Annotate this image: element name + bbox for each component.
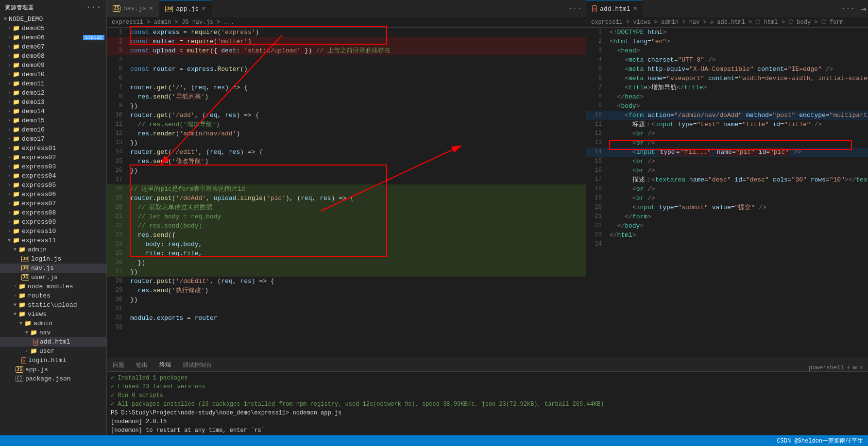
line-number: 33: [107, 323, 126, 332]
line-content: <meta http-equiv="X-UA-Compatible" conte…: [606, 65, 868, 74]
sidebar-item-app-js[interactable]: JS app.js: [0, 365, 106, 374]
left-code-content[interactable]: 1 const express = require('express') 2 c…: [107, 28, 586, 358]
sidebar-item-demo09[interactable]: ›📁demo09: [0, 61, 106, 70]
expand-arrow: ›: [8, 118, 11, 123]
tab-nav-js[interactable]: JS nav.js ×: [107, 0, 159, 17]
terminal-line: ✓ Run 0 scripts: [111, 391, 864, 400]
item-label: express04: [22, 172, 56, 180]
sidebar-item-demo17[interactable]: ›📁demo17: [0, 134, 106, 144]
bottom-tab-terminal[interactable]: 终端: [153, 359, 177, 371]
bottom-tab-problems[interactable]: 问题: [107, 359, 130, 371]
sidebar-item-package-json[interactable]: {} package.json: [0, 374, 106, 383]
sidebar-header: 资源管理器 ···: [0, 0, 106, 15]
split-terminal-button[interactable]: ⊟: [853, 364, 857, 371]
sidebar-item-demo14[interactable]: ›📁demo14: [0, 107, 106, 116]
sidebar-item-express06[interactable]: ›📁express06: [0, 190, 106, 199]
item-label: demo10: [22, 71, 45, 78]
tab-add-html[interactable]: ◇ add.html ×: [586, 0, 643, 17]
right-tab-overflow-button[interactable]: ···: [837, 4, 859, 13]
sidebar-item-express03[interactable]: ›📁express03: [0, 162, 106, 171]
sidebar-item-express07[interactable]: ›📁express07: [0, 199, 106, 208]
sidebar-item-routes[interactable]: › 📁 routes: [0, 291, 106, 300]
item-label: static\upload: [28, 301, 77, 309]
sidebar-item-node-modules[interactable]: › 📁 node_modules: [0, 282, 106, 291]
sidebar-item-express08[interactable]: ›📁express08: [0, 208, 106, 217]
code-line: 8 res.send('导航列表'): [107, 92, 586, 101]
line-content: [606, 240, 868, 249]
sidebar-item-user-folder[interactable]: › 📁 user: [0, 347, 106, 356]
folder-icon: 📁: [18, 246, 26, 253]
line-content: 标题：<input type="text" name="title" id="t…: [606, 120, 868, 129]
line-number: 17: [107, 175, 126, 184]
sidebar-item-add-html[interactable]: ◇ add.html: [0, 337, 106, 347]
expand-arrow: ›: [8, 44, 11, 50]
folder-icon: 📁: [13, 154, 20, 161]
sidebar-item-demo13[interactable]: ›📁demo13: [0, 98, 106, 107]
sidebar-item-express04[interactable]: ›📁express04: [0, 171, 106, 181]
sidebar-menu-button[interactable]: ···: [86, 3, 102, 12]
tab-close-button[interactable]: ×: [202, 5, 205, 13]
expand-arrow: ›: [8, 173, 11, 179]
line-content: <head>: [606, 46, 868, 55]
sidebar-item-express11[interactable]: ▼ 📁 express11: [0, 236, 106, 245]
code-line: 5 const router = express.Router(): [107, 65, 586, 74]
item-label: express08: [22, 209, 56, 216]
sidebar-item-express02[interactable]: ›📁express02: [0, 153, 106, 162]
sidebar-item-user-js[interactable]: JS user.js: [0, 273, 106, 282]
line-content: [126, 323, 586, 332]
bottom-tab-output[interactable]: 输出: [130, 359, 153, 371]
close-terminal-button[interactable]: ×: [860, 364, 863, 371]
expand-arrow: ›: [8, 155, 11, 160]
sidebar-item-express01[interactable]: ›📁express01: [0, 144, 106, 153]
right-code-content[interactable]: 1 <!DOCTYPE html> 2 <html lang="en"> 3 <…: [586, 28, 868, 358]
expand-arrow: ›: [8, 35, 11, 40]
expand-arrow: ›: [8, 210, 11, 215]
sidebar-item-demo10[interactable]: ›📁demo10: [0, 70, 106, 79]
sidebar-item-static[interactable]: ▼ 📁 static\upload: [0, 300, 106, 310]
sidebar-item-demo12[interactable]: ›📁demo12: [0, 88, 106, 98]
line-number: 23: [107, 231, 126, 240]
expand-panel-button[interactable]: ⇥: [861, 3, 868, 14]
root-label: NODE_DEMO: [9, 16, 43, 23]
bottom-tab-debug[interactable]: 调试控制台: [177, 359, 218, 371]
folder-icon: 📁: [13, 71, 20, 78]
add-terminal-button[interactable]: +: [847, 364, 850, 371]
sidebar-item-demo11[interactable]: ›📁demo11: [0, 79, 106, 88]
expand-arrow: ›: [25, 348, 28, 354]
sidebar-item-login-js[interactable]: JS login.js: [0, 254, 106, 264]
line-content: <!DOCTYPE html>: [606, 28, 868, 37]
line-number: 32: [107, 314, 126, 323]
tab-close-button[interactable]: ×: [149, 5, 153, 13]
tab-app-js[interactable]: JS app.js ×: [159, 0, 212, 17]
line-content: <input type="submit" value="提交" />: [606, 203, 868, 212]
sidebar-item-root[interactable]: ▼ NODE_DEMO: [0, 15, 106, 24]
tab-close-button[interactable]: ×: [633, 5, 637, 13]
code-line: 21 </form>: [586, 212, 868, 221]
item-label: user: [39, 347, 54, 355]
sidebar-item-express05[interactable]: ›📁express05: [0, 181, 106, 190]
sidebar-item-express09[interactable]: ›📁express09: [0, 217, 106, 227]
line-content: }): [126, 267, 586, 277]
sidebar-item-nav-folder[interactable]: ▼ 📁 nav: [0, 328, 106, 337]
item-label: app.js: [25, 366, 48, 373]
sidebar-item-demo05[interactable]: › 📁 demo05: [0, 24, 106, 33]
sidebar-item-views-admin[interactable]: ▼ 📁 admin: [0, 319, 106, 328]
tab-overflow-button[interactable]: ···: [564, 4, 586, 13]
sidebar-item-express10[interactable]: ›📁express10: [0, 227, 106, 236]
sidebar-item-demo08[interactable]: ›📁demo08: [0, 51, 106, 61]
sidebar-item-nav-js[interactable]: JS nav.js: [0, 264, 106, 273]
code-line: 11 标题：<input type="text" name="title" id…: [586, 120, 868, 129]
bottom-panel: 问题 输出 终端 调试控制台 powershell + ⊟ × ✓ Instal…: [107, 358, 868, 435]
sidebar-item-admin[interactable]: ▼ 📁 admin: [0, 245, 106, 254]
line-content: <br />: [606, 166, 868, 175]
sidebar-item-demo16[interactable]: ›📁demo16: [0, 125, 106, 134]
sidebar-item-views[interactable]: ▼ 📁 views: [0, 310, 106, 319]
expand-arrow: ›: [8, 219, 11, 225]
sidebar-item-demo07[interactable]: ›📁demo07: [0, 42, 106, 51]
item-label: express07: [22, 200, 56, 207]
code-line: 8 </head>: [586, 92, 868, 101]
sidebar-item-demo15[interactable]: ›📁demo15: [0, 116, 106, 125]
code-line: 13 }): [107, 138, 586, 148]
sidebar-item-demo06[interactable]: › 📁 demo06 static: [0, 33, 106, 42]
sidebar-item-login-html[interactable]: ◇ login.html: [0, 356, 106, 365]
